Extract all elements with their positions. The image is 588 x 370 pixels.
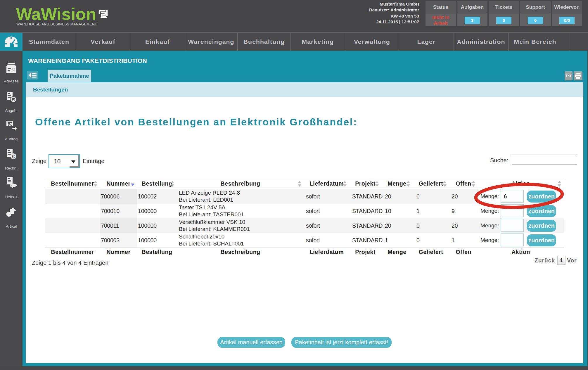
svg-text:€: € bbox=[12, 153, 15, 160]
